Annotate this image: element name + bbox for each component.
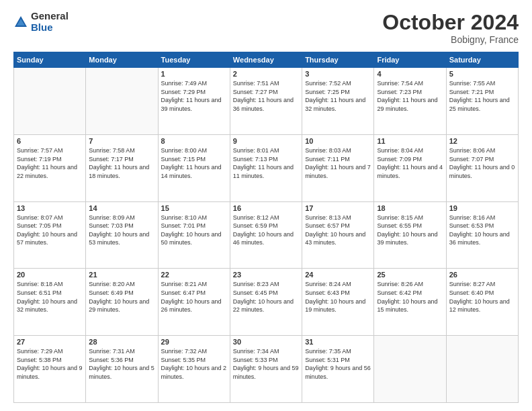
- calendar-day-cell: 31Sunrise: 7:35 AM Sunset: 5:31 PM Dayli…: [302, 336, 374, 403]
- day-info: Sunrise: 8:27 AM Sunset: 6:40 PM Dayligh…: [449, 280, 515, 314]
- calendar-day-cell: 15Sunrise: 8:10 AM Sunset: 7:01 PM Dayli…: [158, 201, 230, 269]
- day-number: 30: [233, 338, 299, 346]
- day-number: 18: [377, 204, 443, 212]
- logo-general: General: [31, 11, 69, 22]
- day-info: Sunrise: 8:03 AM Sunset: 7:11 PM Dayligh…: [305, 146, 371, 180]
- calendar-day-cell: [374, 336, 446, 403]
- day-info: Sunrise: 7:34 AM Sunset: 5:33 PM Dayligh…: [233, 347, 299, 381]
- day-number: 2: [233, 70, 299, 78]
- logo-text: General Blue: [31, 11, 69, 33]
- calendar-day-cell: [446, 336, 518, 403]
- day-number: 21: [89, 271, 154, 279]
- calendar-week-row: 13Sunrise: 8:07 AM Sunset: 7:05 PM Dayli…: [14, 201, 519, 269]
- day-info: Sunrise: 7:29 AM Sunset: 5:38 PM Dayligh…: [17, 347, 83, 381]
- day-info: Sunrise: 7:52 AM Sunset: 7:25 PM Dayligh…: [305, 79, 371, 113]
- calendar-day-cell: 21Sunrise: 8:20 AM Sunset: 6:49 PM Dayli…: [86, 269, 158, 336]
- day-info: Sunrise: 8:09 AM Sunset: 7:03 PM Dayligh…: [89, 214, 154, 247]
- day-number: 22: [161, 271, 227, 279]
- weekday-header-cell: Sunday: [14, 52, 86, 68]
- day-number: 9: [233, 137, 299, 145]
- day-number: 14: [89, 204, 154, 212]
- day-info: Sunrise: 7:54 AM Sunset: 7:23 PM Dayligh…: [377, 79, 443, 113]
- calendar-day-cell: 6Sunrise: 7:57 AM Sunset: 7:19 PM Daylig…: [14, 134, 86, 201]
- day-number: 15: [161, 204, 227, 212]
- calendar-day-cell: 18Sunrise: 8:15 AM Sunset: 6:55 PM Dayli…: [374, 201, 446, 269]
- day-info: Sunrise: 8:23 AM Sunset: 6:45 PM Dayligh…: [233, 280, 299, 314]
- day-info: Sunrise: 7:55 AM Sunset: 7:21 PM Dayligh…: [449, 79, 515, 113]
- calendar-day-cell: 2Sunrise: 7:51 AM Sunset: 7:27 PM Daylig…: [230, 68, 302, 135]
- calendar-week-row: 6Sunrise: 7:57 AM Sunset: 7:19 PM Daylig…: [14, 134, 519, 201]
- day-number: 28: [89, 338, 154, 346]
- calendar-week-row: 20Sunrise: 8:18 AM Sunset: 6:51 PM Dayli…: [14, 269, 519, 336]
- day-number: 24: [305, 271, 371, 279]
- title-block: October 2024 Bobigny, France: [382, 11, 519, 45]
- month-title: October 2024: [382, 11, 519, 34]
- calendar-day-cell: 4Sunrise: 7:54 AM Sunset: 7:23 PM Daylig…: [374, 68, 446, 135]
- day-number: 6: [17, 137, 83, 145]
- weekday-header-cell: Saturday: [446, 52, 518, 68]
- day-info: Sunrise: 8:12 AM Sunset: 6:59 PM Dayligh…: [233, 214, 299, 247]
- weekday-header-cell: Friday: [374, 52, 446, 68]
- calendar-week-row: 27Sunrise: 7:29 AM Sunset: 5:38 PM Dayli…: [14, 336, 519, 403]
- day-number: 12: [449, 137, 515, 145]
- day-info: Sunrise: 8:18 AM Sunset: 6:51 PM Dayligh…: [17, 280, 83, 314]
- calendar-day-cell: 3Sunrise: 7:52 AM Sunset: 7:25 PM Daylig…: [302, 68, 374, 135]
- day-number: 1: [161, 70, 227, 78]
- weekday-header-cell: Monday: [86, 52, 158, 68]
- calendar-day-cell: [86, 68, 158, 135]
- day-number: 8: [161, 137, 227, 145]
- header: General Blue October 2024 Bobigny, Franc…: [13, 11, 519, 45]
- calendar-day-cell: 30Sunrise: 7:34 AM Sunset: 5:33 PM Dayli…: [230, 336, 302, 403]
- day-number: 17: [305, 204, 371, 212]
- day-info: Sunrise: 8:21 AM Sunset: 6:47 PM Dayligh…: [161, 280, 227, 314]
- day-number: 5: [449, 70, 515, 78]
- calendar-day-cell: 8Sunrise: 8:00 AM Sunset: 7:15 PM Daylig…: [158, 134, 230, 201]
- calendar-body: 1Sunrise: 7:49 AM Sunset: 7:29 PM Daylig…: [14, 68, 519, 403]
- calendar-day-cell: 29Sunrise: 7:32 AM Sunset: 5:35 PM Dayli…: [158, 336, 230, 403]
- calendar-day-cell: 20Sunrise: 8:18 AM Sunset: 6:51 PM Dayli…: [14, 269, 86, 336]
- day-info: Sunrise: 8:15 AM Sunset: 6:55 PM Dayligh…: [377, 214, 443, 247]
- logo-icon: [13, 15, 28, 30]
- day-number: 29: [161, 338, 227, 346]
- day-info: Sunrise: 7:35 AM Sunset: 5:31 PM Dayligh…: [305, 347, 371, 381]
- calendar-table: SundayMondayTuesdayWednesdayThursdayFrid…: [13, 52, 519, 403]
- day-number: 25: [377, 271, 443, 279]
- day-info: Sunrise: 8:24 AM Sunset: 6:43 PM Dayligh…: [305, 280, 371, 314]
- weekday-header-cell: Tuesday: [158, 52, 230, 68]
- day-info: Sunrise: 8:20 AM Sunset: 6:49 PM Dayligh…: [89, 280, 154, 314]
- calendar-day-cell: 14Sunrise: 8:09 AM Sunset: 7:03 PM Dayli…: [86, 201, 158, 269]
- day-info: Sunrise: 7:32 AM Sunset: 5:35 PM Dayligh…: [161, 347, 227, 381]
- day-number: 7: [89, 137, 154, 145]
- day-number: 4: [377, 70, 443, 78]
- day-number: 3: [305, 70, 371, 78]
- calendar-day-cell: 11Sunrise: 8:04 AM Sunset: 7:09 PM Dayli…: [374, 134, 446, 201]
- day-info: Sunrise: 8:10 AM Sunset: 7:01 PM Dayligh…: [161, 214, 227, 247]
- calendar-day-cell: 13Sunrise: 8:07 AM Sunset: 7:05 PM Dayli…: [14, 201, 86, 269]
- calendar-day-cell: 22Sunrise: 8:21 AM Sunset: 6:47 PM Dayli…: [158, 269, 230, 336]
- day-number: 10: [305, 137, 371, 145]
- day-number: 23: [233, 271, 299, 279]
- logo: General Blue: [13, 11, 69, 33]
- day-info: Sunrise: 7:58 AM Sunset: 7:17 PM Dayligh…: [89, 146, 154, 180]
- calendar-day-cell: 27Sunrise: 7:29 AM Sunset: 5:38 PM Dayli…: [14, 336, 86, 403]
- calendar-day-cell: 10Sunrise: 8:03 AM Sunset: 7:11 PM Dayli…: [302, 134, 374, 201]
- weekday-header-cell: Thursday: [302, 52, 374, 68]
- day-info: Sunrise: 8:16 AM Sunset: 6:53 PM Dayligh…: [449, 214, 515, 247]
- day-number: 19: [449, 204, 515, 212]
- calendar-day-cell: 28Sunrise: 7:31 AM Sunset: 5:36 PM Dayli…: [86, 336, 158, 403]
- calendar-week-row: 1Sunrise: 7:49 AM Sunset: 7:29 PM Daylig…: [14, 68, 519, 135]
- day-number: 13: [17, 204, 83, 212]
- day-info: Sunrise: 8:06 AM Sunset: 7:07 PM Dayligh…: [449, 146, 515, 180]
- page: General Blue October 2024 Bobigny, Franc…: [0, 0, 532, 411]
- calendar-day-cell: 7Sunrise: 7:58 AM Sunset: 7:17 PM Daylig…: [86, 134, 158, 201]
- day-number: 20: [17, 271, 83, 279]
- day-info: Sunrise: 7:49 AM Sunset: 7:29 PM Dayligh…: [161, 79, 227, 113]
- day-info: Sunrise: 7:57 AM Sunset: 7:19 PM Dayligh…: [17, 146, 83, 180]
- day-number: 11: [377, 137, 443, 145]
- calendar-day-cell: 12Sunrise: 8:06 AM Sunset: 7:07 PM Dayli…: [446, 134, 518, 201]
- day-info: Sunrise: 7:31 AM Sunset: 5:36 PM Dayligh…: [89, 347, 154, 381]
- calendar-day-cell: 9Sunrise: 8:01 AM Sunset: 7:13 PM Daylig…: [230, 134, 302, 201]
- day-number: 31: [305, 338, 371, 346]
- weekday-header-cell: Wednesday: [230, 52, 302, 68]
- calendar-day-cell: 17Sunrise: 8:13 AM Sunset: 6:57 PM Dayli…: [302, 201, 374, 269]
